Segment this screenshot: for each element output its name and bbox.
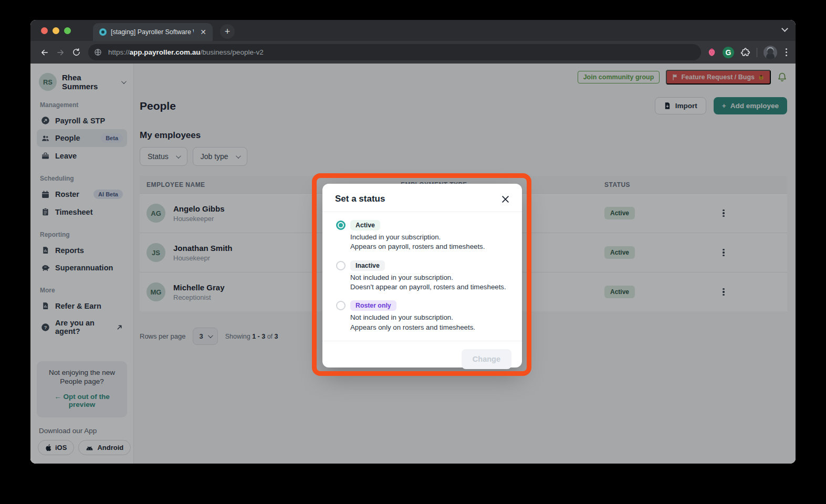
option-description: Not included in your subscription.: [350, 313, 475, 322]
url-path: /business/people-v2: [201, 48, 264, 56]
modal-body: Active Included in your subscription. Ap…: [322, 212, 522, 341]
close-window-button[interactable]: [41, 27, 48, 34]
close-tab-icon[interactable]: ✕: [198, 27, 208, 37]
active-option-badge: Active: [350, 220, 380, 230]
toolbar-divider: [757, 48, 757, 57]
toolbar-extensions: G: [707, 46, 789, 59]
url-domain: app.payroller.com.au: [130, 48, 201, 56]
browser-window: [staging] Payroller Software W ✕ + https…: [30, 20, 796, 464]
change-button[interactable]: Change: [462, 349, 511, 369]
url-text: https://app.payroller.com.au/business/pe…: [108, 48, 264, 56]
tab-bar: [staging] Payroller Software W ✕ +: [30, 20, 796, 41]
window-controls: [41, 27, 71, 34]
browser-menu-kebab-icon[interactable]: [783, 46, 789, 58]
modal-header: Set a status: [322, 184, 522, 212]
inactive-option-badge: Inactive: [350, 260, 385, 271]
roster-only-option-badge: Roster only: [350, 300, 396, 311]
modal-title: Set a status: [335, 194, 385, 204]
option-description: Doesn't appear on payroll, rosters and t…: [350, 282, 506, 292]
forward-button[interactable]: [53, 45, 68, 60]
chevron-down-icon[interactable]: [781, 25, 788, 32]
minimize-window-button[interactable]: [53, 27, 59, 34]
extension-berry-icon[interactable]: [707, 48, 716, 57]
tab-title: [staging] Payroller Software W: [111, 28, 194, 36]
app-page: RS Rhea Summers Management Payroll & STP…: [30, 64, 796, 464]
set-status-modal: Set a status Active Included in your sub…: [322, 184, 522, 368]
browser-tab[interactable]: [staging] Payroller Software W ✕: [93, 23, 213, 41]
browser-toolbar: https://app.payroller.com.au/business/pe…: [30, 41, 796, 64]
close-icon[interactable]: [501, 195, 509, 203]
site-info-globe-icon[interactable]: [91, 46, 104, 59]
new-tab-button[interactable]: +: [220, 24, 235, 39]
zoom-window-button[interactable]: [64, 27, 71, 34]
extensions-puzzle-icon[interactable]: [740, 47, 750, 57]
status-option-roster-only[interactable]: Roster only Not included in your subscri…: [336, 300, 508, 332]
status-option-active[interactable]: Active Included in your subscription. Ap…: [336, 220, 508, 252]
status-option-inactive[interactable]: Inactive Not included in your subscripti…: [336, 260, 508, 292]
site-favicon-icon: [99, 28, 107, 36]
modal-footer: Change: [322, 341, 522, 377]
option-description: Appears only on rosters and timesheets.: [350, 323, 475, 332]
option-description: Not included in your subscription.: [350, 273, 506, 282]
url-scheme: https://: [108, 48, 130, 56]
url-bar[interactable]: https://app.payroller.com.au/business/pe…: [88, 44, 701, 60]
radio-selected[interactable]: [336, 220, 346, 230]
option-description: Appears on payroll, rosters and timeshee…: [350, 242, 485, 251]
back-button[interactable]: [37, 45, 53, 60]
radio-unselected[interactable]: [336, 261, 346, 270]
browser-profile-avatar[interactable]: [764, 46, 777, 59]
option-description: Included in your subscription.: [350, 233, 485, 242]
radio-unselected[interactable]: [336, 301, 346, 310]
reload-button[interactable]: [68, 45, 84, 60]
grammarly-extension-icon[interactable]: G: [723, 47, 734, 58]
